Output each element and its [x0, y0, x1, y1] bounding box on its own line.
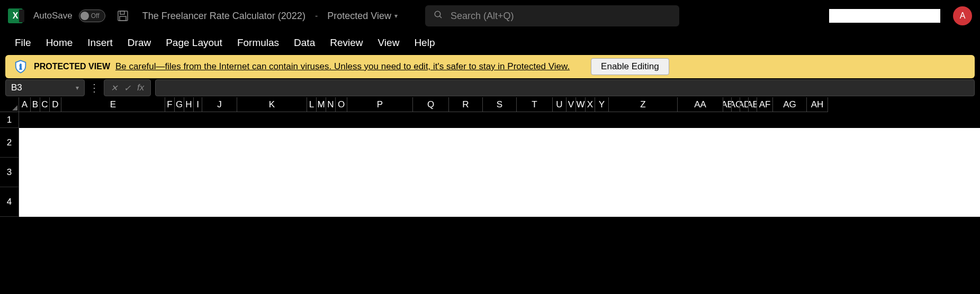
formula-buttons: ✕ ✓ fx: [104, 79, 151, 96]
column-header[interactable]: M: [317, 97, 326, 112]
title-bar: X AutoSave Off The Freelancer Rate Calcu…: [0, 0, 980, 32]
document-title: The Freelancer Rate Calculator (2022): [142, 11, 305, 22]
svg-point-3: [435, 11, 440, 17]
account-area[interactable]: [829, 9, 940, 23]
svg-line-4: [439, 16, 442, 18]
column-header[interactable]: T: [517, 97, 553, 112]
row-header[interactable]: 2: [0, 128, 19, 158]
row-header[interactable]: 1: [0, 112, 19, 128]
ribbon-tabs: File Home Insert Draw Page Layout Formul…: [0, 32, 980, 55]
column-header[interactable]: N: [326, 97, 336, 112]
column-header[interactable]: O: [336, 97, 347, 112]
fx-icon[interactable]: fx: [137, 82, 144, 93]
rows-rest[interactable]: [19, 128, 980, 217]
column-header[interactable]: AC: [732, 97, 740, 112]
view-mode-dropdown[interactable]: Protected View ▾: [327, 11, 398, 22]
tab-data[interactable]: Data: [294, 37, 315, 49]
tab-view[interactable]: View: [378, 37, 400, 49]
excel-app-icon: X: [8, 8, 23, 23]
toggle-state: Off: [91, 12, 100, 20]
row-headers: 1 2 3 4: [0, 112, 19, 217]
tab-formulas[interactable]: Formulas: [237, 37, 279, 49]
protected-view-message[interactable]: Be careful—files from the Internet can c…: [115, 61, 570, 72]
column-header[interactable]: X: [586, 97, 595, 112]
column-header[interactable]: Z: [609, 97, 678, 112]
shield-icon: i: [13, 59, 29, 75]
enable-editing-button[interactable]: Enable Editing: [591, 58, 669, 75]
column-header[interactable]: W: [576, 97, 586, 112]
column-header[interactable]: F: [165, 97, 175, 112]
column-header[interactable]: A: [19, 97, 31, 112]
row-header[interactable]: 3: [0, 158, 19, 187]
tab-home[interactable]: Home: [46, 37, 73, 49]
cancel-icon[interactable]: ✕: [111, 83, 118, 93]
row-1[interactable]: [19, 112, 980, 128]
column-header[interactable]: P: [347, 97, 413, 112]
column-header[interactable]: K: [237, 97, 307, 112]
tab-insert[interactable]: Insert: [87, 37, 113, 49]
column-headers: ABCDEFGHIJKLMNOPQRSTUVWXYZAAABACADAEAFAG…: [0, 97, 980, 112]
search-icon: [434, 10, 443, 22]
column-header[interactable]: H: [184, 97, 194, 112]
column-header[interactable]: G: [175, 97, 184, 112]
toggle-knob: [80, 12, 89, 20]
column-header[interactable]: Q: [413, 97, 449, 112]
formula-bar: B3 ▾ ⋮ ✕ ✓ fx: [0, 78, 980, 97]
chevron-down-icon: ▾: [76, 84, 79, 91]
tab-draw[interactable]: Draw: [128, 37, 151, 49]
formula-input[interactable]: [155, 79, 975, 96]
column-header[interactable]: AB: [723, 97, 732, 112]
svg-rect-1: [120, 11, 124, 14]
title-separator: -: [315, 11, 318, 21]
column-header[interactable]: AD: [740, 97, 749, 112]
column-header[interactable]: C: [40, 97, 50, 112]
column-header[interactable]: S: [483, 97, 517, 112]
cell-area[interactable]: [19, 112, 980, 217]
search-input[interactable]: [451, 11, 671, 22]
column-header[interactable]: U: [553, 97, 567, 112]
column-header[interactable]: AG: [773, 97, 807, 112]
column-header[interactable]: AE: [749, 97, 757, 112]
chevron-down-icon: ▾: [394, 12, 398, 20]
autosave-label: AutoSave: [33, 11, 73, 21]
column-header[interactable]: R: [449, 97, 483, 112]
column-header[interactable]: AH: [807, 97, 828, 112]
tab-help[interactable]: Help: [414, 37, 435, 49]
column-header[interactable]: J: [202, 97, 237, 112]
column-header[interactable]: B: [31, 97, 40, 112]
avatar[interactable]: A: [953, 6, 972, 25]
svg-rect-2: [120, 16, 126, 21]
formula-bar-menu-icon[interactable]: ⋮: [89, 82, 100, 93]
tab-review[interactable]: Review: [330, 37, 363, 49]
protected-view-title: PROTECTED VIEW: [34, 62, 110, 71]
protected-view-bar: i PROTECTED VIEW Be careful—files from t…: [5, 55, 975, 78]
row-header[interactable]: 4: [0, 187, 19, 217]
search-box[interactable]: [425, 5, 679, 26]
tab-page-layout[interactable]: Page Layout: [166, 37, 222, 49]
column-header[interactable]: AA: [678, 97, 723, 112]
column-header[interactable]: Y: [595, 97, 609, 112]
column-header[interactable]: I: [194, 97, 202, 112]
svg-text:i: i: [20, 63, 22, 71]
name-box[interactable]: B3 ▾: [5, 79, 85, 96]
column-header[interactable]: E: [61, 97, 165, 112]
enter-icon[interactable]: ✓: [124, 83, 131, 93]
select-all-corner[interactable]: [0, 97, 19, 112]
tab-file[interactable]: File: [15, 37, 31, 49]
column-header[interactable]: V: [567, 97, 576, 112]
column-header[interactable]: L: [307, 97, 317, 112]
column-header[interactable]: D: [50, 97, 61, 112]
save-icon[interactable]: [116, 9, 130, 23]
spreadsheet-grid: ABCDEFGHIJKLMNOPQRSTUVWXYZAAABACADAEAFAG…: [0, 97, 980, 217]
column-header[interactable]: AF: [757, 97, 773, 112]
autosave-toggle[interactable]: Off: [79, 10, 105, 22]
